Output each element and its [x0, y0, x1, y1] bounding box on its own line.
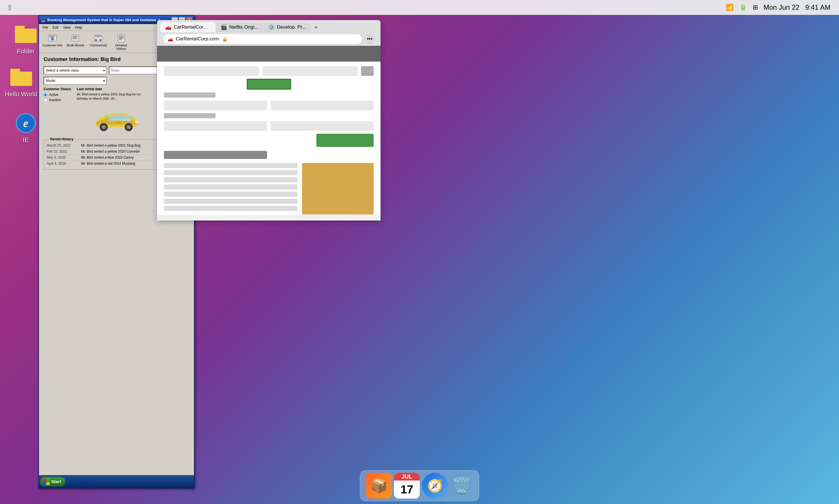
- apple-menu[interactable]: : [8, 3, 12, 12]
- desktop-icon-folder[interactable]: Folder: [8, 23, 43, 55]
- titlebar-title: 🖥️ Booking Management System that is Sup…: [41, 17, 160, 22]
- corp-input-5[interactable]: [270, 101, 374, 110]
- corp-big-button[interactable]: [316, 134, 374, 147]
- svg-point-11: [100, 39, 102, 41]
- win-taskbar: Start: [39, 475, 194, 488]
- svg-rect-6: [73, 37, 76, 38]
- svg-rect-1: [50, 36, 55, 36]
- svg-point-3: [51, 37, 54, 40]
- menu-edit[interactable]: Edit: [50, 25, 61, 30]
- desktop-icon-hello-world[interactable]: Hello World: [4, 66, 38, 98]
- svg-rect-15: [119, 38, 123, 39]
- toolbar-commercial[interactable]: Commercial: [88, 33, 108, 50]
- svg-point-20: [103, 126, 105, 128]
- corp-search-row-1: [164, 66, 374, 76]
- vehicle-class-wrapper: Select a vehicle class ▼: [43, 67, 107, 74]
- model-select[interactable]: Model: [43, 77, 107, 85]
- svg-rect-26: [116, 122, 121, 123]
- corp-yellow-box: [302, 163, 374, 215]
- mac-menubar:  📶 🔋 ⊞ Mon Jun 22 9:41 AM: [0, 0, 839, 15]
- tab-label-0: CarRentalCorp.com: [174, 24, 211, 30]
- svg-rect-14: [119, 37, 123, 37]
- corp-text-bars: [164, 163, 297, 215]
- corp-input-4[interactable]: [164, 101, 267, 110]
- windows-logo: [43, 478, 50, 485]
- corp-bar-4: [164, 184, 297, 190]
- tab-label-2: Develop. Pr...: [277, 24, 306, 30]
- folder-label: Folder: [17, 48, 35, 55]
- tab-icon-1: 🎬: [221, 24, 227, 30]
- menubar-left: : [8, 3, 12, 12]
- toolbar-detailed-history[interactable]: Detailed History: [111, 33, 131, 50]
- inactive-radio[interactable]: [43, 98, 47, 102]
- desktop-icon-ie[interactable]: e IE: [8, 112, 43, 144]
- svg-rect-2: [50, 37, 54, 37]
- menu-view[interactable]: View: [61, 25, 73, 30]
- control-center-icon[interactable]: ⊞: [753, 4, 758, 11]
- book-rental-icon: [70, 33, 81, 43]
- browser-tab-2[interactable]: ⚙️ Develop. Pr...: [264, 22, 311, 32]
- customer-status-section: Customer Status Active Inactive: [43, 87, 71, 103]
- active-radio-row: Active: [43, 93, 71, 97]
- toolbar-customer-info[interactable]: Customer Info: [42, 33, 63, 50]
- mac-dock: 📦 JUL 17 🧭 🗑️: [360, 470, 479, 501]
- corp-btn-row: [164, 79, 374, 90]
- dock-item-safari[interactable]: 🧭: [422, 473, 448, 499]
- browser-urlbar: 🚗 CarRentalCorp.com 🔒 •••: [160, 32, 377, 46]
- make-input[interactable]: [109, 67, 160, 74]
- last-rental-label: Last rental date: [77, 87, 151, 91]
- corp-search-row-3: [164, 121, 374, 131]
- new-tab-button[interactable]: +: [311, 22, 321, 32]
- svg-rect-7: [73, 38, 77, 39]
- window-title: Booking Management System that is Super …: [47, 18, 160, 22]
- svg-point-23: [127, 126, 130, 128]
- active-label: Active: [49, 93, 58, 97]
- corp-bar-6: [164, 199, 297, 204]
- svg-rect-13: [119, 36, 123, 36]
- toolbar-book-rental-label: Book Rental: [67, 43, 84, 47]
- url-bar[interactable]: 🚗 CarRentalCorp.com 🔒: [163, 34, 362, 44]
- dock-item-calendar[interactable]: JUL 17: [394, 473, 420, 499]
- rental-history-legend: Rental History: [49, 137, 74, 141]
- svg-rect-4: [72, 35, 79, 41]
- last-rental-text: Mr. Bird rented a yellow 2001 Slug Bug f…: [77, 92, 151, 101]
- corp-header: [157, 46, 381, 61]
- browser-chrome: 🚗 CarRentalCorp.com 🎬 Netflix Origi... ⚙…: [157, 20, 381, 46]
- inactive-radio-row: Inactive: [43, 98, 71, 102]
- corp-input-3[interactable]: [361, 66, 374, 76]
- browser-tab-1[interactable]: 🎬 Netflix Origi...: [216, 22, 263, 32]
- history-date-1: Feb 23, 2022: [47, 149, 75, 154]
- browser-window: 🚗 CarRentalCorp.com 🎬 Netflix Origi... ⚙…: [157, 20, 381, 220]
- history-desc-3: Mr. Bird rented a red 2014 Mustang: [81, 162, 135, 165]
- start-button[interactable]: Start: [40, 477, 65, 487]
- history-desc-0: Mr. Bird rented a yellow 2001 Slug Bug: [81, 143, 140, 147]
- toolbar-book-rental[interactable]: Book Rental: [65, 33, 85, 50]
- menu-help[interactable]: Help: [73, 25, 85, 30]
- corp-body: [157, 61, 381, 215]
- vehicle-class-select[interactable]: Select a vehicle class: [43, 67, 107, 74]
- calendar-day: 17: [401, 481, 414, 499]
- corp-search-button[interactable]: [247, 79, 291, 90]
- active-radio[interactable]: [43, 93, 47, 97]
- corp-content-area: [164, 163, 374, 215]
- corp-input-7[interactable]: [270, 121, 374, 131]
- status-right: Last rental date Mr. Bird rented a yello…: [77, 87, 151, 101]
- battery-icon: 🔋: [739, 4, 747, 11]
- menu-file[interactable]: File: [40, 25, 50, 30]
- corp-input-6[interactable]: [164, 121, 267, 131]
- browser-more-button[interactable]: •••: [365, 34, 375, 44]
- wifi-icon: 📶: [726, 4, 734, 11]
- trash-icon: 🗑️: [452, 476, 472, 495]
- customer-info-icon: [47, 33, 58, 43]
- corp-bar-1: [164, 163, 297, 168]
- corp-input-1[interactable]: [164, 66, 259, 76]
- safari-icon: 🧭: [427, 478, 443, 493]
- history-desc-1: Mr. Bird rented a yellow 2020 Corvette: [81, 149, 140, 154]
- svg-rect-16: [119, 39, 122, 40]
- dock-item-orange[interactable]: 📦: [366, 473, 392, 499]
- toolbar-commercial-label: Commercial: [90, 43, 107, 47]
- browser-tab-0[interactable]: 🚗 CarRentalCorp.com: [160, 22, 215, 32]
- corp-input-2[interactable]: [262, 66, 357, 76]
- tab-icon-0: 🚗: [165, 24, 171, 30]
- dock-item-trash[interactable]: 🗑️: [450, 473, 473, 499]
